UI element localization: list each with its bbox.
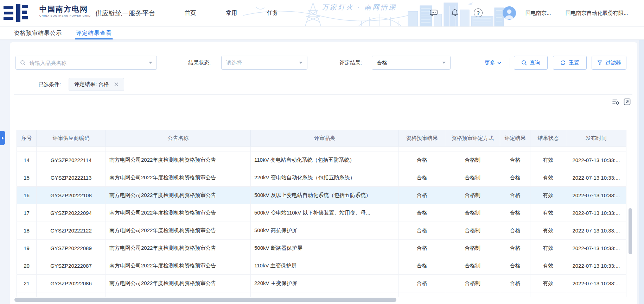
nav-item-home[interactable]: 首页 — [185, 10, 196, 17]
table-vertical-scrollbar[interactable] — [629, 208, 632, 254]
result-select[interactable]: 合格 — [372, 56, 451, 70]
cell-code: GYSZP20222108 — [37, 187, 106, 204]
platform-title: 供应链统一服务平台 — [95, 9, 155, 18]
company-name[interactable]: 国电南京自动化股份有限... — [566, 10, 628, 17]
column-header: 发布时间 — [566, 130, 626, 147]
tab-bar: 资格预审结果公示评定结果查看 — [0, 26, 644, 40]
table-row[interactable]: 20GYSZP20222087南方电网公司2022年度检测机构资格预审公告110… — [17, 257, 626, 275]
cell-category: 500kV 及以上变电站自动化系统（包括五防系统） — [251, 187, 399, 204]
cell-time: 2022-07-13 10:33:... — [566, 187, 626, 204]
cell-status: 有效 — [530, 187, 566, 204]
cell-status: 有效 — [530, 275, 566, 292]
filter-button[interactable]: 过滤器 — [592, 56, 626, 70]
header-divider — [89, 8, 89, 19]
column-header: 评审品类 — [251, 130, 399, 147]
close-icon[interactable] — [114, 82, 119, 87]
cell-method: 合格制 — [445, 240, 500, 257]
avatar[interactable] — [503, 6, 516, 20]
tab-prequalification-publicity[interactable]: 资格预审结果公示 — [14, 27, 62, 39]
cell-method: 合格制 — [445, 222, 500, 240]
query-button[interactable]: 查询 — [514, 56, 548, 70]
cell-notice: 南方电网公司2022年度检测机构资格预审公告 — [106, 187, 251, 204]
table-row[interactable]: 15GYSZP20222113南方电网公司2022年度检测机构资格预审公告220… — [17, 169, 626, 187]
cell-seq: 15 — [17, 169, 37, 187]
filter-chip: 评定结果: 合格 — [69, 78, 124, 91]
cell-notice: 南方电网公司2022年度检测机构资格预审公告 — [106, 257, 251, 275]
cell-code: GYSZP20222086 — [37, 275, 106, 292]
cell-result: 合格 — [500, 151, 530, 169]
csg-logo-icon — [4, 4, 36, 23]
filter-chip-text: 评定结果: 合格 — [74, 81, 109, 88]
cell-category: 110kV 主变保护屏 — [251, 257, 399, 275]
partial-row — [17, 147, 626, 151]
table-row[interactable]: 21GYSZP20222086南方电网公司2022年度检测机构资格预审公告220… — [17, 275, 626, 292]
cell-prequal: 合格 — [399, 204, 445, 222]
funnel-icon — [597, 60, 602, 66]
cell-code: GYSZP20222089 — [37, 240, 106, 257]
cell-seq: 17 — [17, 204, 37, 222]
chevron-down-icon — [497, 61, 502, 65]
result-filter-label: 评定结果: — [339, 56, 362, 70]
status-filter-label: 结果状态: — [188, 56, 211, 70]
cell-status: 有效 — [530, 169, 566, 187]
side-panel-expander[interactable] — [0, 131, 5, 145]
cell-seq: 16 — [17, 187, 37, 204]
table-row[interactable]: 19GYSZP20222089南方电网公司2022年度检测机构资格预审公告500… — [17, 240, 626, 257]
main-nav: 首页常用任务 — [185, 0, 278, 26]
top-bar: 中国南方电网 CHINA SOUTHERN POWER GRID 供应链统一服务… — [0, 0, 644, 26]
nav-item-tasks[interactable]: 任务 — [267, 10, 278, 17]
tab-assessment-result-view[interactable]: 评定结果查看 — [76, 27, 112, 39]
table-row[interactable]: 18GYSZP20222122南方电网公司2022年度检测机构资格预审公告500… — [17, 222, 626, 240]
cell-notice: 南方电网公司2022年度检测机构资格预审公告 — [106, 275, 251, 292]
nav-item-common[interactable]: 常用 — [226, 10, 237, 17]
cell-method: 合格制 — [445, 187, 500, 204]
table-row[interactable]: 17GYSZP20222094南方电网公司2022年度检测机构资格预审公告500… — [17, 204, 626, 222]
content-area: 结果状态: 请选择 评定结果: 合格 更多 — [0, 40, 644, 304]
section-divider — [14, 94, 632, 95]
cell-prequal: 合格 — [399, 240, 445, 257]
cell-seq: 18 — [17, 222, 37, 240]
category-search-input[interactable] — [29, 60, 146, 66]
cell-time: 2022-07-13 10:33:... — [566, 257, 626, 275]
cell-time: 2022-07-13 10:33:... — [566, 222, 626, 240]
cell-code: GYSZP20222087 — [37, 257, 106, 275]
cell-notice: 南方电网公司2022年度检测机构资格预审公告 — [106, 222, 251, 240]
search-icon — [20, 60, 26, 66]
message-icon[interactable] — [429, 8, 438, 18]
cell-method: 合格制 — [445, 204, 500, 222]
user-name[interactable]: 国电南京... — [525, 10, 551, 17]
cell-notice: 南方电网公司2022年度检测机构资格预审公告 — [106, 151, 251, 169]
chevron-down-icon — [299, 62, 302, 64]
cell-time: 2022-07-13 10:33:... — [566, 169, 626, 187]
table-row[interactable]: 14GYSZP20222114南方电网公司2022年度检测机构资格预审公告110… — [17, 151, 626, 169]
table-settings-icon[interactable] — [612, 98, 620, 106]
header-slogan: 万家灯火 · 南网情深 — [322, 3, 397, 12]
filter-separator — [510, 58, 510, 68]
more-filters-link[interactable]: 更多 — [485, 56, 502, 70]
table-header-row: 序号评审供应商编码公告名称评审品类资格预审结果资格预审评定方式评定结果结果状态发… — [17, 130, 626, 147]
cell-category: 500kV 高抗保护屏 — [251, 222, 399, 240]
cell-method: 合格制 — [445, 151, 500, 169]
help-icon[interactable]: ? — [474, 8, 483, 17]
cell-category: 500kV 变电站110kV 以下补偿装置、站用变、母... — [251, 204, 399, 222]
cell-category: 220kV 变电站自动化系统（包括五防系统） — [251, 169, 399, 187]
results-table: 序号评审供应商编码公告名称评审品类资格预审结果资格预审评定方式评定结果结果状态发… — [17, 130, 626, 297]
table-row[interactable]: 16GYSZP20222108南方电网公司2022年度检测机构资格预审公告500… — [17, 187, 626, 204]
bell-icon[interactable] — [450, 8, 459, 17]
cell-prequal: 合格 — [399, 169, 445, 187]
logo-subtitle: CHINA SOUTHERN POWER GRID — [39, 14, 91, 17]
selected-conditions-label: 已选条件: — [38, 78, 61, 91]
status-select[interactable]: 请选择 — [221, 56, 307, 70]
table-horizontal-scrollbar[interactable] — [14, 298, 396, 302]
logo-text: 中国南方电网 CHINA SOUTHERN POWER GRID — [39, 5, 91, 17]
cell-result: 合格 — [500, 222, 530, 240]
chevron-down-icon[interactable] — [149, 62, 152, 64]
page-scrollbar-track[interactable] — [639, 40, 644, 304]
cell-prequal: 合格 — [399, 151, 445, 169]
fullscreen-icon[interactable] — [623, 98, 631, 106]
cell-result: 合格 — [500, 275, 530, 292]
cell-category: 500kV 断路器保护屏 — [251, 240, 399, 257]
result-select-value: 合格 — [377, 60, 387, 66]
cell-prequal: 合格 — [399, 275, 445, 292]
reset-button[interactable]: 重置 — [553, 56, 587, 70]
